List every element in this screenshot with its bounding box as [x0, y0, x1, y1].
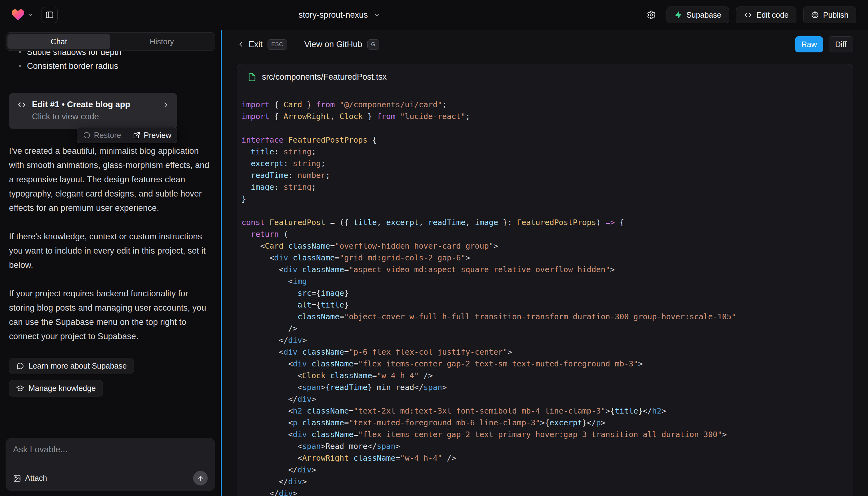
image-icon [13, 474, 21, 482]
arrow-up-icon [197, 475, 204, 482]
send-button[interactable] [193, 471, 208, 485]
view-on-github-button[interactable]: View on GitHub [305, 40, 362, 49]
settings-button[interactable] [643, 6, 660, 23]
code-line: /> [242, 323, 847, 335]
edit-version-card[interactable]: Edit #1 • Create blog app Click to view … [9, 93, 177, 129]
code-line [242, 122, 847, 134]
lovable-heart-logo-icon [12, 9, 24, 20]
preview-label: Preview [144, 131, 171, 140]
topbar-left-group [12, 7, 58, 23]
chat-sidebar: Chat History Subtle shadows for depth Co… [0, 30, 221, 496]
supabase-bolt-icon [674, 11, 682, 19]
esc-key-badge: ESC [267, 40, 287, 50]
preview-button[interactable]: Preview [127, 127, 177, 143]
restore-icon [83, 131, 91, 139]
manage-knowledge-label: Manage knowledge [29, 384, 96, 393]
chat-bubble-icon [16, 362, 24, 370]
raw-tab[interactable]: Raw [795, 36, 823, 52]
topbar: story-sprout-nexus Supabase Edit code [0, 0, 868, 30]
code-line: <div className="aspect-video md:aspect-s… [242, 264, 847, 276]
code-view-panel: Exit ESC View on GitHub G Raw Diff src/c… [222, 30, 868, 496]
publish-button[interactable]: Publish [803, 6, 856, 23]
toggle-sidebar-button[interactable] [42, 7, 58, 23]
restore-button[interactable]: Restore [77, 127, 127, 143]
sidebar-tabs: Chat History [5, 32, 215, 51]
list-item: Consistent border radius [12, 59, 212, 73]
code-line: excerpt: string; [242, 158, 847, 170]
sidebar-tabs-header: Chat History [0, 30, 221, 51]
code-line: interface FeaturedPostProps { [242, 134, 847, 146]
chat-composer: Attach [5, 438, 215, 491]
edit-card-row: Edit #1 • Create blog app [17, 100, 170, 109]
chevron-down-icon [27, 12, 33, 18]
chevron-left-icon [237, 40, 245, 48]
code-brackets-icon [744, 11, 753, 19]
g-key-badge: G [367, 40, 379, 50]
code-view-header: Exit ESC View on GitHub G Raw Diff [222, 30, 868, 59]
code-line: <div className="grid md:grid-cols-2 gap-… [242, 252, 847, 264]
code-line: <img [242, 276, 847, 288]
workspace-menu-button[interactable] [12, 9, 33, 20]
restore-label: Restore [94, 131, 121, 140]
code-block[interactable]: import { Card } from "@/components/ui/ca… [237, 90, 853, 496]
tab-chat[interactable]: Chat [7, 34, 110, 49]
code-line [242, 205, 847, 217]
list-item: Subtle shadows for depth [12, 51, 212, 59]
chat-scroll-area[interactable]: Subtle shadows for depth Consistent bord… [0, 51, 221, 434]
exit-button[interactable]: Exit [237, 40, 263, 49]
code-line: className="object-cover w-full h-full tr… [242, 311, 847, 323]
list-item-text: Consistent border radius [27, 61, 118, 71]
edit-code-button[interactable]: Edit code [736, 6, 796, 23]
diff-tab[interactable]: Diff [828, 36, 853, 52]
manage-knowledge-button[interactable]: Manage knowledge [9, 380, 103, 397]
supabase-button[interactable]: Supabase [666, 6, 729, 23]
project-name: story-sprout-nexus [298, 10, 368, 20]
code-line: import { Card } from "@/components/ui/ca… [242, 99, 847, 111]
code-line: const FeaturedPost = ({ title, excerpt, … [242, 217, 847, 229]
code-line: <span>{readTime} min read</span> [242, 382, 847, 393]
chevron-down-icon [374, 12, 381, 18]
publish-label: Publish [823, 11, 849, 19]
code-line: return ( [242, 229, 847, 240]
globe-icon [811, 11, 819, 19]
bullet-dot-icon [19, 65, 21, 67]
github-label: View on GitHub [305, 40, 362, 49]
content-area: Chat History Subtle shadows for depth Co… [0, 30, 868, 496]
chevron-right-icon [162, 101, 170, 109]
attach-button[interactable]: Attach [13, 474, 47, 483]
code-line: <p className="text-muted-foreground mb-6… [242, 417, 847, 429]
code-line: <Card className="overflow-hidden hover-c… [242, 240, 847, 252]
chat-input[interactable] [13, 445, 208, 471]
message-paragraph: If there's knowledge, context or custom … [9, 229, 214, 272]
edit-card-subtitle: Click to view code [32, 112, 170, 122]
attach-label: Attach [25, 474, 47, 483]
code-line: </div> [242, 464, 847, 476]
code-line: <h2 className="text-2xl md:text-3xl font… [242, 405, 847, 417]
exit-label: Exit [249, 40, 263, 49]
external-link-icon [133, 131, 140, 139]
feature-list: Subtle shadows for depth Consistent bord… [9, 51, 212, 73]
composer-actions-row: Attach [13, 471, 208, 485]
graduation-cap-icon [16, 384, 24, 392]
file-header[interactable]: src/components/FeaturedPost.tsx [237, 64, 853, 90]
project-name-menu[interactable]: story-sprout-nexus [298, 0, 381, 30]
code-line: readTime: number; [242, 170, 847, 181]
code-line: <div className="flex items-center gap-2 … [242, 358, 847, 370]
code-brackets-icon [17, 100, 26, 109]
tab-history[interactable]: History [110, 34, 213, 49]
code-line: </div> [242, 487, 847, 496]
code-line: image: string; [242, 181, 847, 193]
bullet-dot-icon [19, 51, 21, 53]
code-line: alt={title} [242, 299, 847, 311]
supabase-label: Supabase [686, 11, 722, 19]
code-line: <div className="p-6 flex flex-col justif… [242, 346, 847, 358]
code-file-card: src/components/FeaturedPost.tsx import {… [237, 64, 853, 496]
code-line: </div> [242, 335, 847, 346]
code-view-mode-group: Raw Diff [795, 36, 853, 52]
version-actions-toolbar: Restore Preview [77, 127, 177, 143]
code-line: src={image} [242, 288, 847, 299]
code-line: title: string; [242, 146, 847, 158]
message-paragraph: I've created a beautiful, minimalist blo… [9, 144, 214, 215]
learn-more-supabase-button[interactable]: Learn more about Supabase [9, 358, 134, 374]
assistant-message: I've created a beautiful, minimalist blo… [9, 144, 212, 343]
